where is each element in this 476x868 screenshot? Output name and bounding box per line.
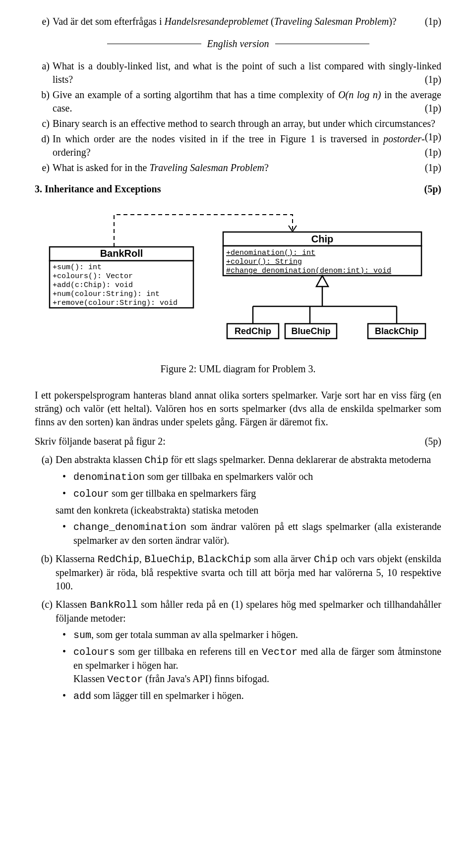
label-b: (b)	[35, 552, 53, 566]
label-a: (a)	[35, 453, 53, 466]
label-b: b)	[35, 88, 50, 102]
op: #change_denomination(denom:int): void	[226, 267, 391, 275]
text: Binary search is an effective method to …	[53, 118, 435, 129]
text: samt den konkreta (ickeabstrakta) statis…	[56, 504, 441, 517]
bullet: add som lägger till en spelmarker i höge…	[73, 689, 441, 703]
points: (1p)	[425, 15, 441, 28]
postorder: postorder	[383, 133, 421, 144]
sub-list: (a) Den abstrakta klassen Chip för ett s…	[56, 453, 441, 703]
section-number: 3.	[35, 183, 42, 194]
text: som ger tillbaka en spelmarkers valör oc…	[145, 471, 313, 482]
text: What is asked for in the	[53, 162, 150, 173]
code: BlackChip	[197, 554, 251, 565]
code: colours	[73, 646, 115, 658]
code: Chip	[144, 455, 168, 466]
text: ,	[192, 553, 198, 564]
paragraph-intro: I ett pokerspelsprogram hanteras bland a…	[35, 389, 441, 429]
math-o: O	[338, 89, 345, 100]
code: sum	[73, 630, 91, 641]
text: Skriv följande baserat på figur 2:	[35, 435, 166, 448]
code: change_denomination	[73, 521, 186, 533]
op: +denomination(): int	[226, 249, 315, 257]
question-e: e) What is asked for in the Traveling Sa…	[53, 161, 441, 174]
text: Vad är det som efterfrågas i	[53, 16, 164, 27]
text: (från Java's API) finns bifogad.	[143, 673, 269, 684]
text: What is a doubly-linked list, and what i…	[53, 60, 441, 85]
text: som alla ärver	[251, 553, 314, 564]
uml-chip: Chip +denomination(): int +colour(): Str…	[223, 232, 421, 276]
section-heading: 3. Inheritance and Exceptions (5p)	[35, 182, 441, 196]
rule-left	[107, 44, 201, 44]
label-c: c)	[35, 117, 50, 130]
question-b: b) Give an example of a sorting algortih…	[53, 88, 441, 115]
text: som ger tillbaka en referens till en	[115, 646, 262, 657]
code: RedChip	[98, 554, 139, 565]
text-italic: Handelsresandeproblemet	[164, 16, 268, 27]
code: colour	[73, 488, 109, 500]
text: för ett slags spelmarker. Denna deklarer…	[168, 454, 431, 465]
points: (1p)	[425, 161, 441, 174]
text: Klassen	[56, 599, 90, 610]
question-c: c) Binary search is an effective method …	[53, 117, 441, 130]
math-nlogn: (n log n)	[346, 89, 381, 100]
label-e: e)	[35, 15, 50, 28]
op: +sum(): int	[53, 263, 102, 272]
text: (	[268, 16, 274, 27]
uml-bluechip: BlueChip	[292, 326, 331, 336]
text-italic: Traveling Salesman Problem	[274, 16, 389, 27]
uml-redchip: RedChip	[235, 326, 271, 336]
text: ?	[264, 162, 269, 173]
uml-bankroll: BankRoll +sum(): int +colours(): Vector …	[50, 247, 193, 308]
code: add	[73, 691, 91, 702]
sub-a: (a) Den abstrakta klassen Chip för ett s…	[56, 453, 441, 547]
page: e) Vad är det som efterfrågas i Handelsr…	[0, 0, 476, 728]
english-version-divider: English version	[35, 37, 441, 51]
code: BankRoll	[90, 599, 138, 611]
text: , som ger totala summan av alla spelmark…	[91, 629, 298, 640]
question-a: a) What is a doubly-linked list, and wha…	[53, 59, 441, 86]
op: +colours(): Vector	[53, 272, 133, 281]
label-c: (c)	[35, 598, 53, 611]
op: +remove(colour:String): void	[53, 299, 178, 307]
uml-chip-title: Chip	[311, 233, 333, 244]
bullet: sum, som ger totala summan av alla spelm…	[73, 628, 441, 642]
code: BlueChip	[145, 554, 192, 565]
text: )?	[389, 16, 397, 27]
op: +add(c:Chip): void	[53, 281, 133, 289]
label-a: a)	[35, 59, 50, 73]
points: (1p)	[425, 102, 441, 115]
tsp: Traveling Salesman Problem	[150, 162, 264, 173]
question-list: a) What is a doubly-linked list, and wha…	[53, 59, 441, 174]
bullet: change_denomination som ändrar valören p…	[73, 520, 441, 547]
paragraph-write: Skriv följande baserat på figur 2: (5p)	[35, 435, 441, 448]
op: +colour(): String	[226, 258, 302, 266]
points: (1p)	[425, 73, 441, 86]
code: Chip	[314, 554, 338, 565]
question-d: d) In which order are the nodes visited …	[53, 132, 441, 159]
bullet: colour som ger tillbaka en spelmarkers f…	[73, 487, 441, 501]
section-title: Inheritance and Exceptions	[45, 183, 161, 194]
english-version-label: English version	[207, 37, 269, 51]
label-d: d)	[35, 132, 50, 146]
section-points: (5p)	[424, 182, 441, 196]
uml-blackchip: BlackChip	[375, 326, 418, 336]
sub-b: (b) Klasserna RedChip, BlueChip, BlackCh…	[56, 552, 441, 593]
bullet: colours som ger tillbaka en referens til…	[73, 645, 441, 686]
question-e-top: e) Vad är det som efterfrågas i Handelsr…	[53, 15, 441, 28]
text: Klassen	[73, 673, 107, 684]
label-e: e)	[35, 161, 50, 174]
code: Vector	[262, 646, 298, 658]
text: In which order are the nodes visited in …	[53, 133, 383, 144]
points: (1p)	[425, 146, 441, 159]
text: Den abstrakta klassen	[56, 454, 144, 465]
text: Klasserna	[56, 553, 98, 564]
sub-c: (c) Klassen BankRoll som håller reda på …	[56, 598, 441, 703]
points: (5p)	[425, 435, 441, 448]
uml-bankroll-title: BankRoll	[100, 248, 143, 259]
text: som ger tillbaka en spelmarkers färg	[109, 488, 256, 499]
text: ,	[139, 553, 145, 564]
uml-diagram: BankRoll +sum(): int +colours(): Vector …	[35, 205, 441, 353]
code: denomination	[73, 471, 145, 483]
bullet: denomination som ger tillbaka en spelmar…	[73, 470, 441, 484]
text: som lägger till en spelmarker i högen.	[91, 690, 244, 701]
